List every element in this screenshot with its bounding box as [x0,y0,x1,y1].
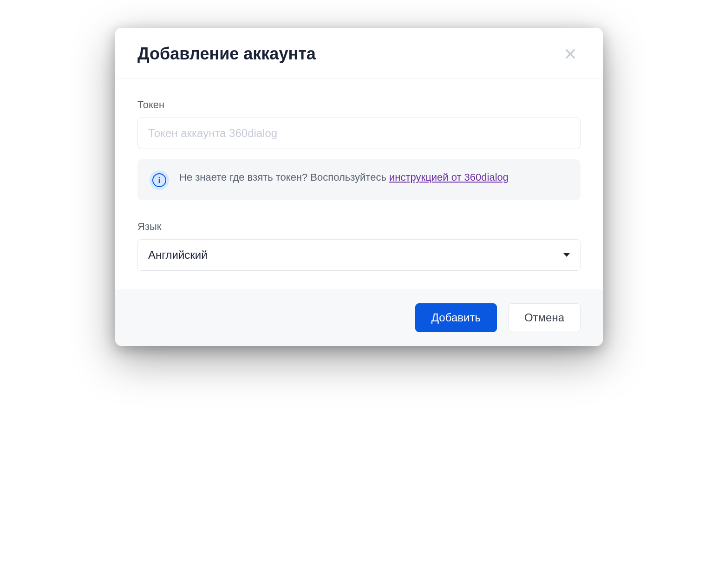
token-label: Токен [137,99,581,111]
language-selected-value: Английский [148,248,208,261]
token-input[interactable] [137,118,581,149]
modal-body: Токен i Не знаете где взять токен? Воспо… [115,78,603,289]
caret-down-icon [563,253,570,257]
language-select[interactable]: Английский [137,239,581,271]
add-button[interactable]: Добавить [415,303,497,332]
info-text-prefix: Не знаете где взять токен? Воспользуйтес… [179,171,389,183]
modal-title: Добавление аккаунта [137,44,316,64]
close-button[interactable] [560,44,581,64]
info-text: Не знаете где взять токен? Воспользуйтес… [179,170,509,185]
language-field-group: Язык Английский [137,221,581,271]
modal-footer: Добавить Отмена [115,289,603,346]
info-icon: i [150,170,169,190]
cancel-button[interactable]: Отмена [508,303,581,332]
info-panel: i Не знаете где взять токен? Воспользуйт… [137,159,581,200]
info-link[interactable]: инструкцией от 360dialog [389,171,509,183]
language-label: Язык [137,221,581,233]
token-field-group: Токен [137,99,581,149]
add-account-modal: Добавление аккаунта Токен i Не знаете гд… [115,28,603,346]
close-icon [564,47,577,60]
modal-header: Добавление аккаунта [115,28,603,78]
